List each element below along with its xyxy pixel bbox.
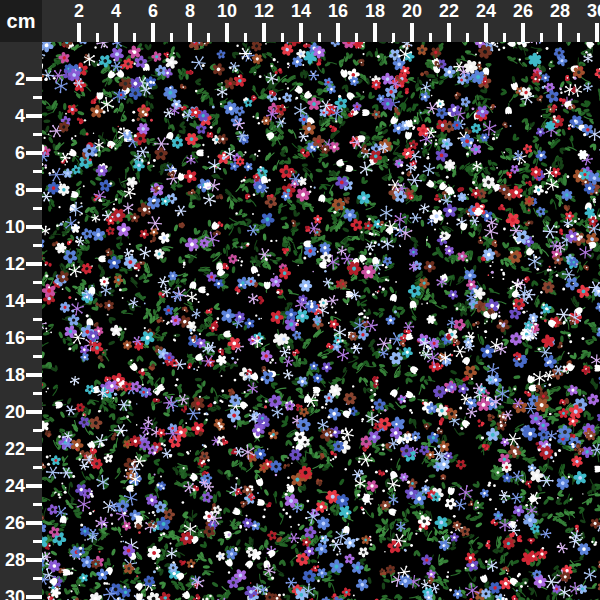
ruler-left-minor-tick (33, 540, 42, 543)
ruler-top-major-tick (299, 23, 303, 42)
fabric-measurement-preview: cm 24681012141618202224262830 2468101214… (0, 0, 600, 600)
ruler-left-major-tick (26, 151, 42, 155)
ruler-left-minor-tick (33, 429, 42, 432)
ruler-top-minor-tick (244, 33, 247, 42)
ruler-top-label: 30 (587, 1, 600, 21)
ruler-top-minor-tick (170, 33, 173, 42)
ruler-top-major-tick (447, 23, 451, 42)
ruler-top-minor-tick (318, 33, 321, 42)
ruler-left-label: 16 (5, 329, 25, 347)
ruler-top-major-tick (558, 23, 562, 42)
ruler-top-major-tick (151, 23, 155, 42)
ruler-top-minor-tick (355, 33, 358, 42)
ruler-top-minor-tick (281, 33, 284, 42)
ruler-left-label: 18 (5, 366, 25, 384)
ruler-left-minor-tick (33, 244, 42, 247)
ruler-left-major-tick (26, 225, 42, 229)
ruler-left-major-tick (26, 77, 42, 81)
ruler-top-major-tick (225, 23, 229, 42)
ruler-left-label: 8 (15, 181, 25, 199)
ruler-left-label: 26 (5, 514, 25, 532)
ruler-top-minor-tick (503, 33, 506, 42)
ruler-top-label: 6 (148, 1, 158, 21)
ruler-left-minor-tick (33, 466, 42, 469)
ruler-top-major-tick (521, 23, 525, 42)
ruler-top-label: 10 (217, 1, 237, 21)
ruler-left-major-tick (26, 558, 42, 562)
ruler-left-major-tick (26, 484, 42, 488)
ruler-top-label: 2 (74, 1, 84, 21)
ruler-top-minor-tick (429, 33, 432, 42)
ruler-left-major-tick (26, 595, 42, 599)
ruler-left-label: 6 (15, 144, 25, 162)
ruler-left-minor-tick (33, 503, 42, 506)
ruler-top-minor-tick (540, 33, 543, 42)
ruler-left-label: 30 (5, 588, 25, 600)
ruler-top-label: 4 (111, 1, 121, 21)
ruler-top-label: 28 (550, 1, 570, 21)
ruler-left-major-tick (26, 336, 42, 340)
ruler-top-minor-tick (466, 33, 469, 42)
ruler-left: 24681012141618202224262830 (0, 42, 42, 600)
ruler-left-label: 10 (5, 218, 25, 236)
ruler-top-label: 22 (439, 1, 459, 21)
ruler-left-major-tick (26, 521, 42, 525)
ruler-left-major-tick (26, 188, 42, 192)
ruler-top-label: 8 (185, 1, 195, 21)
ruler-left-major-tick (26, 262, 42, 266)
ruler-top-label: 26 (513, 1, 533, 21)
ruler-top-minor-tick (96, 33, 99, 42)
ruler-left-label: 22 (5, 440, 25, 458)
ruler-left-minor-tick (33, 281, 42, 284)
ruler-left-minor-tick (33, 96, 42, 99)
ruler-left-minor-tick (33, 577, 42, 580)
ruler-left-label: 2 (15, 70, 25, 88)
ruler-left-minor-tick (33, 355, 42, 358)
ruler-top-major-tick (595, 23, 599, 42)
ruler-top-label: 14 (291, 1, 311, 21)
ruler-left-label: 4 (15, 107, 25, 125)
ruler-top-label: 20 (402, 1, 422, 21)
ruler-top-major-tick (336, 23, 340, 42)
ruler-top-major-tick (484, 23, 488, 42)
ruler-top-major-tick (262, 23, 266, 42)
ruler-top-major-tick (410, 23, 414, 42)
ruler-top-major-tick (188, 23, 192, 42)
ruler-left-major-tick (26, 410, 42, 414)
ruler-top-label: 12 (254, 1, 274, 21)
ruler-top-minor-tick (133, 33, 136, 42)
ruler-left-minor-tick (33, 133, 42, 136)
ruler-top-minor-tick (207, 33, 210, 42)
ruler-left-major-tick (26, 447, 42, 451)
ruler-top-minor-tick (392, 33, 395, 42)
ruler-left-label: 20 (5, 403, 25, 421)
unit-label: cm (0, 0, 42, 42)
ruler-left-label: 12 (5, 255, 25, 273)
fabric-swatch (42, 42, 600, 600)
ruler-top-minor-tick (577, 33, 580, 42)
ruler-top-label: 24 (476, 1, 496, 21)
ruler-left-minor-tick (33, 207, 42, 210)
ruler-top-label: 16 (328, 1, 348, 21)
ruler-top-major-tick (77, 23, 81, 42)
ruler-top-label: 18 (365, 1, 385, 21)
ruler-left-label: 28 (5, 551, 25, 569)
ruler-left-major-tick (26, 114, 42, 118)
ruler-left-minor-tick (33, 392, 42, 395)
ruler-top-major-tick (373, 23, 377, 42)
ruler-left-major-tick (26, 299, 42, 303)
ruler-top: 24681012141618202224262830 (42, 0, 600, 42)
ruler-left-label: 14 (5, 292, 25, 310)
ruler-top-major-tick (114, 23, 118, 42)
ruler-left-major-tick (26, 373, 42, 377)
ruler-left-label: 24 (5, 477, 25, 495)
ruler-left-minor-tick (33, 170, 42, 173)
ruler-left-minor-tick (33, 318, 42, 321)
